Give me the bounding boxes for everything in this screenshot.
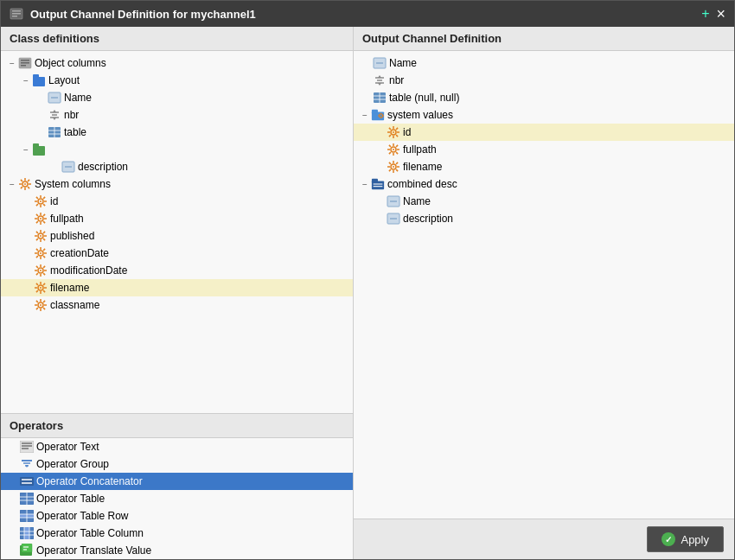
tree-item-filename[interactable]: filename xyxy=(1,279,353,296)
r-tree-item-id[interactable]: id xyxy=(354,124,734,141)
r-name-icon xyxy=(373,56,387,70)
tree-item-id[interactable]: id xyxy=(1,193,353,210)
spacer-r3 xyxy=(361,92,371,103)
operator-table-row-item[interactable]: Operator Table Row xyxy=(1,507,353,525)
svg-line-42 xyxy=(43,204,45,206)
svg-rect-105 xyxy=(20,441,34,453)
svg-point-96 xyxy=(40,304,42,306)
svg-rect-7 xyxy=(21,65,26,67)
r-fullpath-label: fullpath xyxy=(403,143,437,156)
operator-text-icon xyxy=(20,440,34,454)
spacer1 xyxy=(35,92,46,103)
operator-concat-label: Operator Concatenator xyxy=(36,475,143,487)
operator-text-item[interactable]: Operator Text xyxy=(1,438,353,455)
tree-item-name-layout[interactable]: Name xyxy=(1,89,353,106)
classname-icon xyxy=(34,298,48,312)
expand-button[interactable]: + xyxy=(701,7,709,21)
r-tree-item-nbr[interactable]: nbr xyxy=(354,72,734,89)
r-tree-item-fullpath[interactable]: fullpath xyxy=(354,141,734,158)
svg-point-165 xyxy=(393,149,394,150)
operator-table-col-item[interactable]: Operator Table Column xyxy=(1,525,353,542)
tree-item-classname[interactable]: classname xyxy=(1,296,353,314)
svg-line-32 xyxy=(28,187,29,188)
operator-translate-icon xyxy=(20,544,34,557)
tree-item-fullpath[interactable]: fullpath xyxy=(1,210,353,227)
collapse-sysvals[interactable]: − xyxy=(361,111,369,120)
svg-line-31 xyxy=(21,180,22,181)
svg-line-71 xyxy=(36,249,38,251)
svg-rect-2 xyxy=(12,13,21,15)
svg-line-170 xyxy=(389,145,391,147)
svg-line-182 xyxy=(396,162,398,164)
apply-check-icon: ✓ xyxy=(662,532,675,546)
spacer4 xyxy=(49,162,60,172)
svg-line-181 xyxy=(396,169,398,171)
r-tree-item-name[interactable]: Name xyxy=(354,54,734,72)
svg-marker-15 xyxy=(53,110,56,112)
spacer2 xyxy=(35,110,46,120)
collapse-unnamed[interactable]: − xyxy=(22,145,30,155)
svg-point-36 xyxy=(40,200,42,202)
r-fullpath-icon xyxy=(387,143,400,156)
dialog-title: Output Channel Definition for mychannel1 xyxy=(30,8,694,21)
collapse-combined[interactable]: − xyxy=(361,180,369,189)
tree-item-nbr-layout[interactable]: nbr xyxy=(1,106,353,124)
apply-button[interactable]: ✓ Apply xyxy=(647,526,724,552)
r-tree-item-cname[interactable]: Name xyxy=(354,193,734,210)
svg-line-102 xyxy=(43,308,45,309)
spacer-r7 xyxy=(374,196,385,207)
svg-line-93 xyxy=(43,283,45,285)
r-tree-item-combined[interactable]: − combined desc xyxy=(354,175,734,193)
collapse-system-columns[interactable]: − xyxy=(8,180,16,189)
description-icon xyxy=(61,160,75,174)
svg-line-183 xyxy=(389,169,391,171)
spacer-r6 xyxy=(374,162,385,172)
filename-label: filename xyxy=(50,282,89,294)
close-button[interactable]: × xyxy=(716,6,725,22)
r-tree-item-table[interactable]: table (null, null) xyxy=(354,89,734,106)
tree-item-layout[interactable]: − Layout xyxy=(1,72,353,89)
creationdate-label: creationDate xyxy=(50,247,109,259)
operators-header: Operators xyxy=(1,414,353,438)
spacer-op4 xyxy=(8,493,18,504)
collapse-layout[interactable]: − xyxy=(22,76,30,86)
tree-item-object-columns[interactable]: − Object columns xyxy=(1,54,353,72)
tree-item-table-layout[interactable]: table xyxy=(1,124,353,141)
r-filename-label: filename xyxy=(403,161,442,173)
svg-rect-9 xyxy=(33,74,39,79)
r-combined-label: combined desc xyxy=(387,178,457,190)
unnamed-group-icon xyxy=(32,143,46,156)
tree-item-system-columns[interactable]: − xyxy=(1,175,353,193)
svg-rect-126 xyxy=(24,527,29,539)
published-icon xyxy=(34,229,48,243)
svg-line-72 xyxy=(43,256,45,258)
operator-table-item[interactable]: Operator Table xyxy=(1,490,353,507)
svg-line-173 xyxy=(389,152,391,154)
tree-item-unnamed-group[interactable]: − xyxy=(1,141,353,158)
operator-translate-item[interactable]: Operator Translate Value xyxy=(1,542,353,559)
spacer6 xyxy=(22,213,32,224)
collapse-object-columns[interactable]: − xyxy=(8,59,16,68)
fullpath-label: fullpath xyxy=(50,213,84,225)
r-tree-item-cdesc[interactable]: description xyxy=(354,210,734,227)
tree-item-creationdate[interactable]: creationDate xyxy=(1,245,353,262)
svg-line-64 xyxy=(36,239,38,240)
svg-point-46 xyxy=(40,218,42,220)
output-channel-tree: Name nbr xyxy=(354,51,734,519)
tree-item-description[interactable]: description xyxy=(1,158,353,175)
svg-line-54 xyxy=(36,221,38,223)
r-tree-item-filename[interactable]: filename xyxy=(354,158,734,175)
spacer7 xyxy=(22,231,32,241)
operator-group-item[interactable]: Operator Group xyxy=(1,455,353,473)
r-sysvals-icon xyxy=(371,108,385,122)
spacer-op7 xyxy=(8,545,18,556)
tree-item-published[interactable]: published xyxy=(1,227,353,245)
tree-item-modificationdate[interactable]: modificationDate xyxy=(1,262,353,279)
svg-rect-3 xyxy=(12,16,17,17)
name-layout-icon xyxy=(48,91,61,105)
operator-concat-item[interactable]: Operator Concatenator xyxy=(1,473,353,490)
r-tree-item-sysvals[interactable]: − syste xyxy=(354,106,734,124)
table-layout-icon xyxy=(48,125,61,139)
svg-line-43 xyxy=(43,197,45,199)
svg-point-86 xyxy=(40,287,42,289)
